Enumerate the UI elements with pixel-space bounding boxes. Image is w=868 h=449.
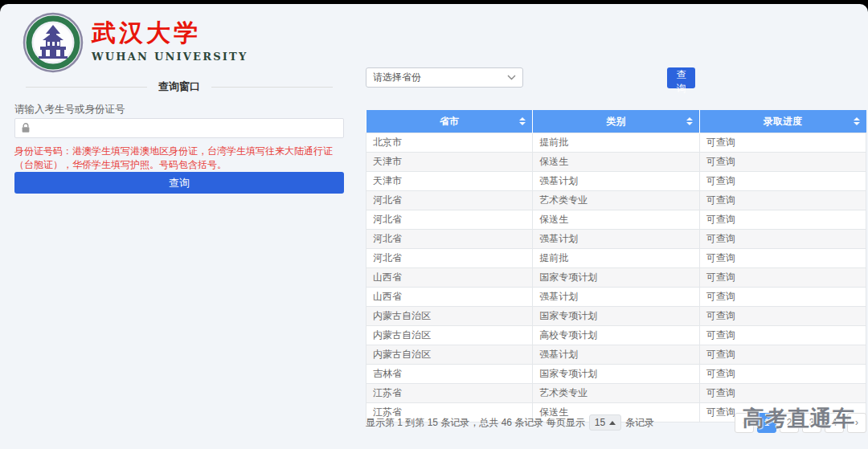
table-cell: 国家专项计划 [533, 365, 699, 384]
table-cell: 天津市 [366, 172, 533, 191]
table-cell: 可查询 [699, 172, 866, 191]
table-cell: 北京市 [366, 133, 533, 153]
table-cell: 河北省 [366, 210, 533, 230]
table-cell: 强基计划 [533, 172, 699, 191]
table-row: 内蒙古自治区国家专项计划可查询 [366, 307, 866, 326]
table-cell: 可查询 [699, 307, 866, 326]
column-header-1[interactable]: 类别 [533, 110, 699, 133]
chevron-down-icon [507, 75, 516, 80]
caret-up-icon [609, 421, 616, 425]
table-cell: 提前批 [533, 133, 699, 153]
table-cell: 可查询 [699, 191, 866, 210]
next-page-button[interactable]: › [847, 413, 866, 433]
table-cell: 强基计划 [533, 288, 699, 307]
table-cell: 可查询 [699, 268, 866, 288]
table-cell: 强基计划 [533, 230, 699, 249]
table-cell: 可查询 [699, 249, 866, 268]
table-row: 天津市保送生可查询 [366, 153, 866, 172]
table-cell: 内蒙古自治区 [366, 326, 533, 345]
table-cell: 吉林省 [366, 365, 533, 384]
table-cell: 可查询 [699, 210, 866, 230]
page-button-1[interactable]: 1 [757, 413, 776, 433]
table-row: 北京市提前批可查询 [366, 133, 866, 153]
province-select[interactable]: 请选择省份 [366, 67, 523, 88]
table-cell: 高校专项计划 [533, 326, 699, 345]
sort-icon[interactable] [686, 116, 693, 126]
column-header-label: 省市 [440, 116, 459, 127]
table-cell: 山西省 [366, 288, 533, 307]
table-row: 山西省国家专项计划可查询 [366, 268, 866, 288]
id-note-text: 身份证号码：港澳学生填写港澳地区身份证，台湾学生填写往来大陆通行证（台胞证），华… [14, 145, 344, 172]
column-header-2[interactable]: 录取进度 [699, 110, 866, 133]
table-cell: 艺术类专业 [533, 384, 699, 403]
divider-line [211, 87, 333, 88]
page-size-select[interactable]: 15 [589, 414, 621, 431]
table-cell: 可查询 [699, 384, 866, 403]
sort-icon[interactable] [854, 116, 860, 126]
province-select-value: 请选择省份 [373, 71, 421, 84]
table-cell: 江苏省 [366, 384, 533, 403]
table-cell: 可查询 [699, 365, 866, 384]
column-header-label: 录取进度 [764, 116, 802, 127]
id-input-wrap [14, 118, 344, 138]
table-header-row: 省市类别录取进度 [366, 110, 866, 133]
table-cell: 可查询 [699, 133, 866, 153]
table-cell: 可查询 [699, 230, 866, 249]
table-cell: 天津市 [366, 153, 533, 172]
table-row: 河北省强基计划可查询 [366, 230, 866, 249]
page-button-4[interactable]: 4 [825, 413, 844, 433]
pagination: 显示第 1 到第 15 条记录，总共 46 条记录 每页显示 15 条记录 ‹1… [366, 410, 866, 435]
lock-icon [21, 123, 31, 133]
university-logo: 武汉大学 WUHAN UNIVERSITY [23, 12, 248, 73]
id-input-label: 请输入考生号或身份证号 [14, 103, 125, 116]
table-row: 天津市强基计划可查询 [366, 172, 866, 191]
table-row: 吉林省国家专项计划可查询 [366, 365, 866, 384]
query-button-province[interactable]: 查询 [667, 67, 695, 88]
table-body: 北京市提前批可查询天津市保送生可查询天津市强基计划可查询河北省艺术类专业可查询河… [366, 133, 866, 422]
query-window-title: 查询窗口 [158, 80, 200, 94]
table-cell: 可查询 [699, 326, 866, 345]
table-row: 内蒙古自治区强基计划可查询 [366, 345, 866, 365]
table-cell: 强基计划 [533, 345, 699, 365]
pagination-summary: 显示第 1 到第 15 条记录，总共 46 条记录 每页显示 15 条记录 [366, 414, 654, 431]
table-cell: 艺术类专业 [533, 191, 699, 210]
table-cell: 可查询 [699, 288, 866, 307]
table-cell: 国家专项计划 [533, 307, 699, 326]
page-size-value: 15 [595, 417, 605, 428]
table-cell: 保送生 [533, 210, 699, 230]
table-cell: 国家专项计划 [533, 268, 699, 288]
table-cell: 河北省 [366, 249, 533, 268]
table-cell: 保送生 [533, 153, 699, 172]
prev-page-button[interactable]: ‹ [735, 413, 754, 433]
column-header-0[interactable]: 省市 [366, 110, 533, 133]
query-button-main[interactable]: 查询 [14, 172, 344, 194]
results-table: 省市类别录取进度 北京市提前批可查询天津市保送生可查询天津市强基计划可查询河北省… [366, 110, 866, 422]
page-button-2[interactable]: 2 [780, 413, 799, 433]
table-cell: 可查询 [699, 153, 866, 172]
sort-icon[interactable] [519, 116, 526, 126]
pagination-summary-suffix: 条记录 [625, 416, 654, 430]
query-window-header: 查询窗口 [14, 80, 344, 94]
table-cell: 可查询 [699, 345, 866, 365]
table-cell: 内蒙古自治区 [366, 345, 533, 365]
table-cell: 提前批 [533, 249, 699, 268]
table-cell: 河北省 [366, 230, 533, 249]
id-input[interactable] [14, 118, 344, 138]
table-cell: 山西省 [366, 268, 533, 288]
table-cell: 河北省 [366, 191, 533, 210]
table-row: 河北省提前批可查询 [366, 249, 866, 268]
page: 武汉大学 WUHAN UNIVERSITY 查询窗口 请输入考生号或身份证号 身… [0, 4, 868, 449]
table-row: 江苏省艺术类专业可查询 [366, 384, 866, 403]
university-name-zh: 武汉大学 [91, 17, 248, 49]
table-row: 河北省艺术类专业可查询 [366, 191, 866, 210]
table-cell: 内蒙古自治区 [366, 307, 533, 326]
results-toolbar: 请选择省份 查询 [366, 67, 866, 89]
table-row: 内蒙古自治区高校专项计划可查询 [366, 326, 866, 345]
page-buttons: ‹1234› [731, 413, 866, 433]
table-row: 山西省强基计划可查询 [366, 288, 866, 307]
divider-line [26, 87, 147, 88]
university-seal-icon [23, 12, 84, 73]
page-button-3[interactable]: 3 [802, 413, 821, 433]
university-name-en: WUHAN UNIVERSITY [92, 51, 248, 63]
table-row: 河北省保送生可查询 [366, 210, 866, 230]
